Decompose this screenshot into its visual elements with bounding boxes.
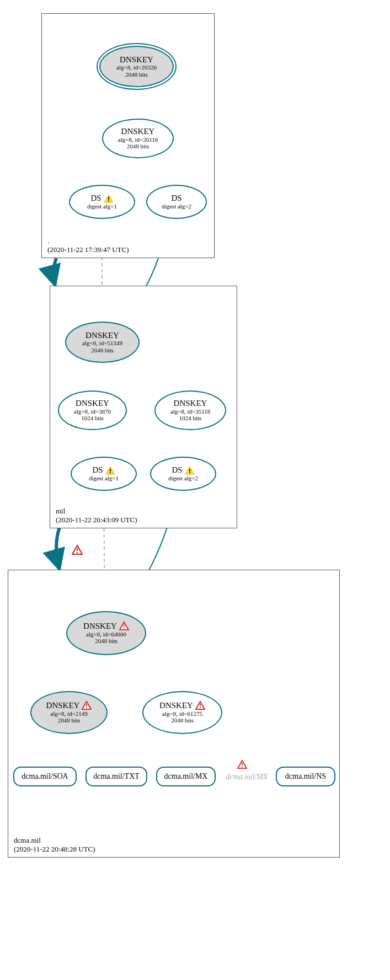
mil-zsk1-alg: alg=8, id=3870 <box>74 408 111 415</box>
dcma-zsk2-node: DNSKEY alg=8, id=61275 2048 bits <box>142 691 222 734</box>
dnssec-graph: . (2020-11-22 17:39:47 UTC) DNSKEY alg=8… <box>0 0 390 980</box>
zone-root-name: . <box>47 237 129 245</box>
zone-dcma-label: dcma.mil (2020-11-22 20:48:28 UTC) <box>14 836 95 854</box>
rr-txt: dcma.mil/TXT <box>86 767 147 786</box>
root-ds2-digest: digest alg=2 <box>162 203 191 210</box>
rr-soa-label: dcma.mil/SOA <box>22 772 68 781</box>
mil-ds2-digest: digest alg=2 <box>168 475 198 482</box>
dcma-zsk2-alg: alg=8, id=61275 <box>162 710 202 717</box>
mil-zsk2-title: DNSKEY <box>174 399 207 408</box>
root-ds1-node: DS digest alg=1 <box>69 185 135 219</box>
mil-ksk-bits: 2048 bits <box>91 347 114 354</box>
svg-rect-6 <box>77 548 78 551</box>
mil-zsk2-node: DNSKEY alg=8, id=35118 1024 bits <box>154 390 226 430</box>
rr-mx-ghost-label: dcma.mil/MX <box>226 773 268 781</box>
error-icon <box>82 701 92 710</box>
svg-rect-3 <box>110 472 111 473</box>
svg-rect-0 <box>108 197 109 199</box>
svg-rect-1 <box>108 200 109 201</box>
svg-rect-10 <box>86 704 87 706</box>
mil-zsk1-node: DNSKEY alg=8, id=3870 1024 bits <box>58 390 127 430</box>
root-ds2-node: DS digest alg=2 <box>146 185 207 219</box>
svg-rect-14 <box>242 763 243 765</box>
mil-ksk-node: DNSKEY alg=8, id=51349 2048 bits <box>65 322 140 363</box>
rr-ns-label: dcma.mil/NS <box>285 772 326 781</box>
rr-soa: dcma.mil/SOA <box>13 767 77 786</box>
zone-mil-name: mil <box>56 507 137 516</box>
root-ksk-bits: 2048 bits <box>125 71 148 78</box>
warning-icon <box>104 194 114 203</box>
mil-ds1-node: DS digest alg=1 <box>71 457 137 491</box>
mil-zsk1-title: DNSKEY <box>76 399 109 408</box>
dcma-ksk-title: DNSKEY <box>83 622 117 631</box>
mil-zsk1-bits: 1024 bits <box>81 415 104 422</box>
dcma-zsk2-bits: 2048 bits <box>171 717 194 724</box>
svg-rect-2 <box>110 469 111 471</box>
svg-rect-7 <box>77 552 78 553</box>
root-ds2-title: DS <box>171 194 181 203</box>
svg-rect-9 <box>124 628 125 629</box>
mil-ds2-title: DS <box>172 465 182 475</box>
svg-rect-12 <box>200 704 201 706</box>
dcma-ksk-alg: alg=8, id=64060 <box>86 631 126 638</box>
svg-rect-4 <box>189 469 190 471</box>
mil-zsk2-bits: 1024 bits <box>179 415 202 422</box>
warning-icon <box>185 466 195 475</box>
dcma-zsk1-node: DNSKEY alg=8, id=2149 2048 bits <box>30 691 108 734</box>
mil-ds1-digest: digest alg=1 <box>89 475 119 482</box>
zone-root-timestamp: (2020-11-22 17:39:47 UTC) <box>47 245 129 254</box>
mil-ksk-title: DNSKEY <box>86 331 119 340</box>
rr-mx-ghost: dcma.mil/MX <box>223 769 270 785</box>
warning-icon <box>105 466 115 475</box>
dcma-zsk1-alg: alg=8, id=2149 <box>50 710 87 717</box>
rr-ns: dcma.mil/NS <box>276 767 335 786</box>
svg-rect-15 <box>242 767 243 768</box>
error-icon <box>195 701 205 710</box>
mil-ksk-alg: alg=8, id=51349 <box>82 340 122 347</box>
root-zsk-title: DNSKEY <box>121 127 155 136</box>
rr-mx-label: dcma.mil/MX <box>164 772 208 781</box>
error-icon <box>237 760 247 771</box>
dcma-zsk1-bits: 2048 bits <box>58 717 81 724</box>
rr-mx: dcma.mil/MX <box>156 767 216 786</box>
zone-dcma-name: dcma.mil <box>14 836 95 845</box>
svg-rect-13 <box>200 708 201 709</box>
mil-ds2-node: DS digest alg=2 <box>150 457 216 491</box>
mil-zsk2-alg: alg=8, id=35118 <box>170 408 211 415</box>
root-zsk-alg: alg=8, id=26116 <box>118 136 158 143</box>
dcma-ksk-node: DNSKEY alg=8, id=64060 2048 bits <box>66 611 146 655</box>
svg-rect-5 <box>189 472 190 473</box>
root-ds1-digest: digest alg=1 <box>87 203 117 210</box>
zone-root-label: . (2020-11-22 17:39:47 UTC) <box>47 237 129 255</box>
rr-txt-label: dcma.mil/TXT <box>93 772 140 781</box>
error-icon <box>72 545 83 557</box>
zone-mil-timestamp: (2020-11-22 20:43:09 UTC) <box>56 516 137 524</box>
root-zsk-node: DNSKEY alg=8, id=26116 2048 bits <box>102 119 174 158</box>
zone-dcma-timestamp: (2020-11-22 20:48:28 UTC) <box>14 845 95 854</box>
root-ksk-node: DNSKEY alg=8, id=20326 2048 bits <box>99 46 174 87</box>
svg-rect-11 <box>86 708 87 709</box>
root-ksk-title: DNSKEY <box>120 55 153 65</box>
zone-mil-label: mil (2020-11-22 20:43:09 UTC) <box>56 507 137 525</box>
mil-ds1-title: DS <box>92 465 103 475</box>
root-ksk-alg: alg=8, id=20326 <box>116 64 157 71</box>
dcma-ksk-bits: 2048 bits <box>95 638 117 645</box>
error-icon <box>119 622 129 630</box>
dcma-zsk2-title: DNSKEY <box>159 701 193 710</box>
dcma-zsk1-title: DNSKEY <box>46 701 80 710</box>
root-zsk-bits: 2048 bits <box>127 143 149 150</box>
root-ds1-title: DS <box>90 194 101 203</box>
svg-rect-8 <box>124 625 125 627</box>
